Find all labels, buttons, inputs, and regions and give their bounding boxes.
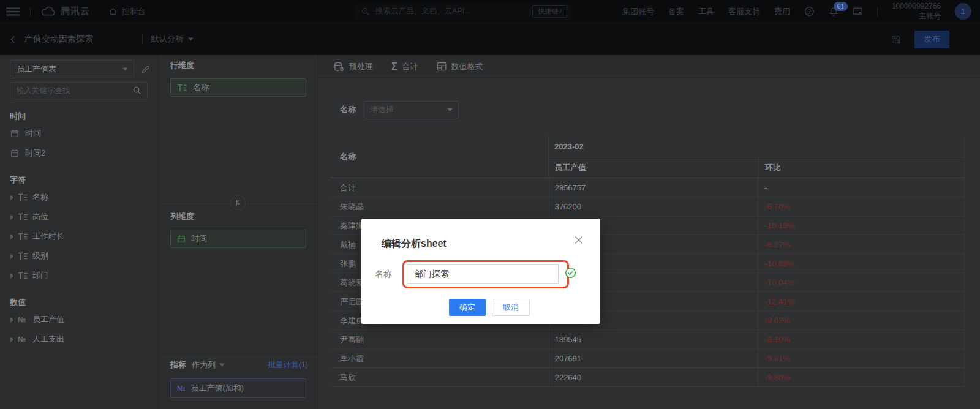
field-search-placeholder: 输入关键字查找 (17, 86, 70, 96)
expand-arrow-icon[interactable] (10, 273, 18, 279)
metric-label: 指标 (170, 359, 186, 370)
content-toolbar: 预处理 Σ 合计 数值格式 (318, 55, 980, 78)
field-item-department[interactable]: 部门 (0, 266, 157, 285)
number-field-icon: № (177, 384, 185, 392)
column-header-ratio: 环比 (758, 157, 964, 178)
table-row: 马欣222640-9.80% (331, 368, 965, 387)
nav-tools[interactable]: 工具 (698, 6, 714, 17)
dataset-select[interactable]: 员工产值表 (10, 60, 134, 78)
filter-select[interactable]: 请选择 (364, 101, 459, 118)
field-search-input[interactable]: 输入关键字查找 (10, 82, 148, 99)
field-item-time[interactable]: 时间 (0, 124, 157, 143)
expand-arrow-icon[interactable] (10, 317, 18, 323)
table-row: 李小霞207691-9.81% (331, 349, 965, 368)
text-field-icon (18, 233, 32, 241)
metric-mode-select[interactable]: 作为列 (192, 359, 225, 370)
avatar[interactable]: 1 (955, 3, 971, 20)
notification-count-badge: 61 (834, 2, 848, 12)
shortcut-badge: 快捷键 / (532, 5, 567, 18)
publish-button[interactable]: 发布 (914, 31, 949, 48)
number-format-button[interactable]: 数值格式 (437, 61, 483, 72)
row-dimension-chip[interactable]: 名称 (170, 78, 306, 97)
dimension-panel: 行维度 名称 列维度 时间 指标 作为列 (158, 55, 318, 409)
support-icon[interactable] (804, 6, 815, 17)
modal-title: 编辑分析sheet (382, 238, 447, 250)
chevron-down-icon (123, 67, 128, 71)
preprocess-button[interactable]: 预处理 (334, 61, 373, 72)
calendar-icon (10, 129, 25, 138)
table-row: 朱晓晶376200-6.70% (331, 197, 965, 216)
bi-analysis-screen: 腾讯云 控制台 搜索云产品、文档、云API... 快捷键 / 集团账号 备案 工… (0, 0, 980, 409)
sigma-icon: Σ (391, 62, 398, 72)
save-button[interactable] (891, 34, 901, 45)
topbar-divider (877, 7, 878, 17)
topbar-divider (30, 7, 31, 17)
edit-sheet-modal: 编辑分析sheet 名称 确定 取消 (361, 219, 600, 324)
field-sidebar: 员工产值表 输入关键字查找 时间 时间 (0, 55, 158, 409)
field-item-work-hours[interactable]: 工作时长 (0, 227, 157, 246)
notifications-button[interactable]: 61 (829, 7, 839, 17)
expand-arrow-icon[interactable] (10, 214, 18, 220)
menu-icon[interactable] (6, 7, 20, 16)
chevron-down-icon (447, 108, 453, 111)
column-dimension-label: 列维度 (170, 211, 194, 222)
sheet-name-input[interactable] (407, 264, 559, 284)
expand-arrow-icon[interactable] (10, 337, 18, 342)
nav-support[interactable]: 客服支持 (728, 6, 760, 17)
pencil-icon (141, 65, 150, 74)
home-icon (108, 7, 118, 16)
field-item-post[interactable]: 岗位 (0, 207, 157, 227)
field-item-name[interactable]: 名称 (0, 187, 157, 207)
text-field-icon (18, 252, 32, 260)
field-item-labor-cost[interactable]: № 人工支出 (0, 329, 157, 349)
nav-icp[interactable]: 备案 (668, 6, 684, 17)
expand-arrow-icon[interactable] (10, 234, 18, 239)
chevron-down-icon (219, 363, 225, 367)
filter-label: 名称 (340, 104, 356, 115)
analysis-selector[interactable]: 默认分析 (151, 34, 194, 45)
panel-divider (158, 353, 318, 354)
search-icon (361, 7, 370, 16)
number-format-icon (437, 62, 447, 71)
chevron-left-icon (10, 35, 15, 44)
table-header: 名称 2023-02 员工产值 环比 (331, 136, 965, 178)
edit-dataset-button[interactable] (141, 65, 150, 74)
field-item-level[interactable]: 级别 (0, 246, 157, 266)
topbar-right: 集团账号 备案 工具 客服支持 费用 61 100000992766 主账号 1 (622, 2, 980, 21)
back-button[interactable] (10, 35, 15, 44)
row-dimension-label: 行维度 (170, 60, 194, 71)
swap-icon (234, 198, 243, 207)
cancel-button[interactable]: 取消 (492, 299, 530, 316)
cloud-icon (40, 6, 56, 17)
calendar-icon (10, 149, 25, 157)
expand-arrow-icon[interactable] (10, 195, 18, 200)
sheet-name-label: 名称 (375, 269, 392, 280)
text-field-icon (177, 84, 187, 92)
total-button[interactable]: Σ 合计 (391, 61, 418, 72)
field-item-output-value[interactable]: № 员工产值 (0, 310, 157, 329)
table-row: 合计2856757- (331, 178, 965, 197)
global-search-input[interactable]: 搜索云产品、文档、云API... 快捷键 / (355, 3, 571, 20)
close-icon[interactable] (575, 236, 583, 244)
filter-placeholder: 请选择 (371, 105, 394, 115)
text-field-icon (18, 272, 32, 280)
nav-group-account[interactable]: 集团账号 (622, 6, 654, 17)
search-icon (133, 86, 141, 95)
swap-dimensions-button[interactable] (230, 195, 246, 210)
page-title: 产值变动因素探索 (24, 34, 93, 45)
field-item-time2[interactable]: 时间2 (0, 143, 157, 163)
account-type: 主账号 (892, 12, 941, 21)
nav-billing[interactable]: 费用 (774, 6, 790, 17)
expand-arrow-icon[interactable] (10, 253, 18, 259)
table-row: 尹骞翮189545-8.10% (331, 330, 965, 349)
account-info[interactable]: 100000992766 主账号 (892, 2, 941, 21)
metric-chip[interactable]: № 员工产值(加和) (170, 378, 306, 398)
logo-text: 腾讯云 (61, 6, 90, 17)
confirm-button[interactable]: 确定 (449, 299, 486, 316)
billing-center-icon[interactable] (853, 7, 863, 16)
column-dimension-chip[interactable]: 时间 (170, 230, 306, 248)
tencent-cloud-logo[interactable]: 腾讯云 (40, 6, 90, 17)
batch-calc-link[interactable]: 批量计算(1) (268, 360, 308, 370)
console-link[interactable]: 控制台 (108, 6, 146, 17)
text-field-icon (18, 193, 32, 201)
